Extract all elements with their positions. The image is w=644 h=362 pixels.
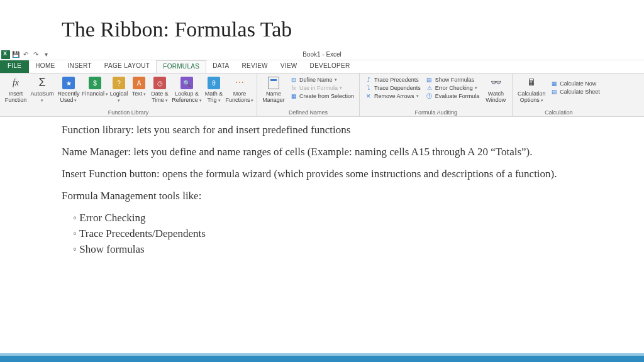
- calculator-icon: 🖩: [525, 76, 538, 90]
- tab-insert[interactable]: INSERT: [62, 60, 98, 73]
- btn-label: Watch Window: [482, 91, 509, 104]
- group-label: Defined Names: [260, 109, 357, 116]
- tab-data[interactable]: DATA: [206, 60, 235, 73]
- list-item: Show formulas: [73, 243, 619, 257]
- btn-label: Insert Function: [3, 91, 29, 104]
- date-time-button[interactable]: ◷ Date & Time: [148, 75, 171, 105]
- tab-page-layout[interactable]: PAGE LAYOUT: [98, 60, 156, 73]
- redo-icon[interactable]: ↷: [31, 50, 40, 59]
- btn-label: Math & Trig: [203, 91, 225, 104]
- precedents-icon: ⤴: [365, 76, 372, 84]
- define-name-button[interactable]: ⊟Define Name ▾: [290, 76, 354, 84]
- selection-icon: ▦: [290, 92, 297, 100]
- recently-used-button[interactable]: ★ Recently Used: [55, 75, 82, 105]
- save-icon[interactable]: 💾: [11, 50, 20, 59]
- excel-icon: [1, 50, 10, 59]
- group-defined-names: Name Manager ⊟Define Name ▾ fxUse in For…: [257, 74, 360, 116]
- autosum-button[interactable]: AutoSum: [29, 75, 55, 105]
- lookup-icon: 🔍: [180, 77, 193, 89]
- group-label: Function Library: [3, 109, 254, 116]
- btn-label: Date & Time: [148, 91, 171, 104]
- lookup-reference-button[interactable]: 🔍 Lookup & Reference: [171, 75, 203, 105]
- calc-sheet-icon: ▤: [550, 88, 558, 96]
- use-in-formula-button[interactable]: fxUse in Formula ▾: [290, 84, 354, 92]
- window-title: Book1 - Excel: [303, 51, 341, 58]
- btn-label: Name Manager: [260, 91, 287, 104]
- evaluate-icon: ⓕ: [426, 92, 433, 100]
- slide-footer-bar: [0, 353, 644, 362]
- name-manager-icon: [268, 77, 279, 89]
- btn-label: Recently Used: [55, 91, 82, 104]
- calc-now-icon: ▦: [550, 80, 558, 87]
- slide-body: Function library: lets you search for an…: [0, 117, 644, 257]
- watch-window-button[interactable]: 👓 Watch Window: [482, 75, 509, 105]
- list-item: Trace Precedents/Dependents: [73, 227, 619, 241]
- list-item: Error Checking: [73, 211, 619, 226]
- error-checking-button[interactable]: ⚠Error Checking ▾: [426, 84, 480, 92]
- insert-function-button[interactable]: fx Insert Function: [3, 75, 29, 105]
- undo-icon[interactable]: ↶: [21, 50, 30, 59]
- body-paragraph: Function library: lets you search for an…: [62, 123, 619, 138]
- btn-label: Calculation Options: [515, 91, 548, 104]
- trace-precedents-button[interactable]: ⤴Trace Precedents: [365, 76, 421, 84]
- btn-label: Logical: [108, 91, 130, 104]
- trace-dependents-button[interactable]: ⤵Trace Dependents: [365, 84, 421, 92]
- more-icon: ⋯: [233, 76, 247, 90]
- fx-small-icon: fx: [290, 84, 297, 92]
- math-trig-button[interactable]: θ Math & Trig: [203, 75, 225, 105]
- ribbon-groups: fx Insert Function AutoSum ★ Recently Us…: [0, 73, 644, 117]
- remove-arrows-button[interactable]: ✕Remove Arrows ▾: [365, 92, 421, 100]
- btn-label: More Functions: [225, 91, 254, 104]
- body-paragraph: Name Manager: lets you define and name r…: [62, 145, 619, 160]
- financial-button[interactable]: $ Financial: [82, 75, 108, 99]
- fx-icon: fx: [9, 76, 23, 90]
- error-icon: ⚠: [426, 84, 433, 92]
- btn-label: Text: [132, 91, 146, 97]
- logical-icon: ?: [113, 77, 125, 89]
- tag-icon: ⊟: [290, 76, 297, 84]
- evaluate-formula-button[interactable]: ⓕEvaluate Formula: [426, 92, 480, 100]
- customize-qat-icon[interactable]: ▾: [42, 50, 50, 59]
- group-label: Calculation: [515, 109, 602, 116]
- slide-title: The Ribbon: Formulas Tab: [0, 0, 644, 49]
- calculate-now-button[interactable]: ▦Calculate Now: [550, 80, 600, 87]
- bullet-list: Error Checking Trace Precedents/Dependen…: [62, 211, 619, 257]
- calculation-options-button[interactable]: 🖩 Calculation Options: [515, 75, 548, 105]
- sigma-icon: [35, 76, 49, 90]
- quick-access-toolbar: 💾 ↶ ↷ ▾ Book1 - Excel: [0, 49, 644, 60]
- text-button[interactable]: A Text: [130, 75, 148, 99]
- ribbon-tabs: FILE HOME INSERT PAGE LAYOUT FORMULAS DA…: [0, 60, 644, 73]
- clock-icon: ◷: [153, 77, 166, 89]
- tab-formulas[interactable]: FORMULAS: [156, 60, 206, 73]
- group-calculation: 🖩 Calculation Options ▦Calculate Now ▤Ca…: [513, 74, 605, 116]
- create-from-selection-button[interactable]: ▦Create from Selection: [290, 92, 354, 100]
- dependents-icon: ⤵: [365, 84, 372, 92]
- body-paragraph: Formula Management tools like:: [62, 189, 619, 204]
- logical-button[interactable]: ? Logical: [108, 75, 130, 105]
- show-formulas-button[interactable]: ▤Show Formulas: [426, 76, 480, 84]
- btn-label: Lookup & Reference: [171, 91, 203, 104]
- group-function-library: fx Insert Function AutoSum ★ Recently Us…: [0, 74, 257, 116]
- tab-file[interactable]: FILE: [0, 60, 29, 73]
- theta-icon: θ: [208, 77, 220, 89]
- tab-review[interactable]: REVIEW: [236, 60, 274, 73]
- tab-view[interactable]: VIEW: [274, 60, 304, 73]
- watch-icon: 👓: [489, 76, 502, 90]
- show-formulas-icon: ▤: [426, 76, 433, 84]
- financial-icon: $: [89, 77, 101, 89]
- body-paragraph: Insert Function button: opens the formul…: [62, 167, 619, 182]
- more-functions-button[interactable]: ⋯ More Functions: [225, 75, 254, 105]
- name-manager-button[interactable]: Name Manager: [260, 75, 287, 105]
- star-icon: ★: [62, 77, 75, 89]
- text-icon: A: [133, 77, 145, 89]
- group-label: Formula Auditing: [362, 109, 509, 116]
- remove-arrows-icon: ✕: [365, 92, 372, 100]
- btn-label: AutoSum: [29, 91, 55, 104]
- calculate-sheet-button[interactable]: ▤Calculate Sheet: [550, 88, 600, 96]
- ribbon-screenshot: 💾 ↶ ↷ ▾ Book1 - Excel FILE HOME INSERT P…: [0, 49, 644, 117]
- btn-label: Financial: [82, 91, 108, 97]
- group-formula-auditing: ⤴Trace Precedents ⤵Trace Dependents ✕Rem…: [360, 74, 513, 116]
- tab-home[interactable]: HOME: [29, 60, 61, 73]
- tab-developer[interactable]: DEVELOPER: [304, 60, 357, 73]
